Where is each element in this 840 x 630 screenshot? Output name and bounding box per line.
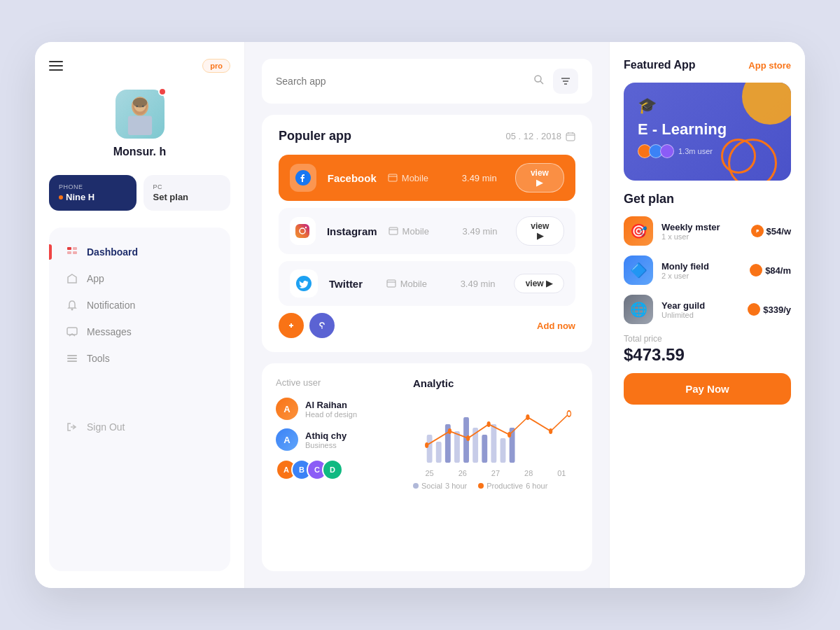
svg-point-11	[71, 309, 74, 311]
online-indicator	[158, 88, 167, 96]
add-app-circle-1[interactable]	[279, 313, 304, 338]
sidebar-item-tools[interactable]: Tools	[57, 345, 222, 372]
svg-point-53	[487, 421, 491, 427]
svg-rect-48	[500, 438, 506, 463]
sidebar-item-dashboard[interactable]: Dashboard	[57, 239, 222, 265]
plan-price-icon-3	[748, 303, 760, 316]
user-name: Monsur. h	[113, 146, 167, 158]
add-app-circle-2[interactable]	[309, 313, 335, 338]
search-input[interactable]	[276, 76, 528, 87]
featured-app-name: E - Learning	[638, 120, 777, 139]
svg-rect-29	[295, 224, 309, 238]
svg-rect-35	[387, 280, 396, 287]
view-instagram-button[interactable]: view ▶	[516, 216, 564, 246]
right-panel: Featured App App store 🎓 E - Learning 1.…	[609, 42, 805, 588]
svg-rect-32	[389, 227, 398, 234]
messages-icon	[66, 326, 78, 338]
add-now-button[interactable]: Add now	[537, 321, 575, 331]
plan-icon-monthly: 🔷	[624, 255, 653, 285]
svg-point-56	[549, 428, 552, 434]
total-row: Total price $473.59 Pay Now	[624, 334, 791, 405]
app-store-link[interactable]: App store	[748, 60, 791, 71]
svg-point-55	[526, 414, 529, 420]
facebook-icon	[290, 164, 316, 192]
view-facebook-button[interactable]: view ▶	[515, 163, 564, 192]
svg-rect-8	[67, 251, 71, 254]
bottom-section: Active user A Al Raihan Head of design A…	[262, 363, 592, 571]
phone-plan-card[interactable]: PHONE Nine H	[49, 175, 136, 211]
popular-date: 05 . 12 . 2018	[505, 131, 575, 141]
svg-rect-10	[73, 251, 77, 254]
svg-point-50	[425, 442, 428, 448]
tools-icon	[66, 352, 78, 365]
chart-labels: 25 26 27 28 01	[413, 469, 578, 477]
user-row-1: A Al Raihan Head of design	[276, 398, 402, 420]
pc-plan-card[interactable]: PC Set plan	[144, 175, 231, 211]
instagram-icon	[290, 217, 316, 245]
plan-price-icon-2	[750, 264, 762, 276]
avatar-small-4: D	[322, 459, 343, 480]
popular-apps-section: Populer app 05 . 12 . 2018 Facebook Mobi…	[262, 115, 592, 352]
svg-rect-7	[67, 247, 71, 250]
nav-section: Dashboard App Notification Messages	[49, 227, 230, 571]
get-plan-section: Get plan 🎯 Weekly mster 1 x user $54/w 🔷	[624, 192, 791, 405]
signout-icon	[66, 421, 78, 433]
user-avatar-2: A	[276, 428, 298, 451]
signout-item[interactable]: Sign Out	[57, 414, 222, 440]
main-content: Populer app 05 . 12 . 2018 Facebook Mobi…	[245, 42, 609, 588]
svg-point-5	[136, 106, 138, 108]
svg-rect-40	[427, 435, 433, 463]
twitter-icon	[290, 270, 318, 298]
svg-point-57	[567, 411, 570, 416]
user-row-2: A Athiq chy Business	[276, 428, 402, 451]
avatar	[115, 90, 164, 139]
svg-rect-46	[482, 435, 487, 463]
user-avatar-1: A	[276, 398, 298, 420]
svg-rect-9	[73, 247, 77, 250]
svg-point-54	[507, 432, 511, 438]
app-row-instagram: Instagram Mobile 3.49 min view ▶	[279, 208, 575, 254]
view-twitter-button[interactable]: view ▶	[514, 274, 564, 293]
svg-line-18	[540, 81, 543, 84]
svg-rect-41	[436, 442, 442, 463]
svg-point-17	[535, 76, 541, 82]
plan-icon-weekly: 🎯	[624, 216, 653, 246]
svg-point-60	[750, 306, 757, 313]
plan-price-icon-1	[751, 225, 764, 237]
sidebar: pro Monsur. h	[35, 42, 245, 588]
featured-card: 🎓 E - Learning 1.3m user	[624, 83, 791, 181]
plan-row: PHONE Nine H PC Set plan	[49, 175, 230, 211]
svg-point-4	[132, 98, 147, 108]
chart-legend: Social 3 hour Productive 6 hour	[413, 482, 578, 490]
active-users-col: Active user A Al Raihan Head of design A…	[276, 377, 402, 557]
svg-rect-14	[67, 358, 77, 359]
dashboard-icon	[66, 246, 78, 258]
plan-item-monthly: 🔷 Monly field 2 x user $84/m	[624, 255, 791, 285]
sidebar-item-notification[interactable]: Notification	[57, 292, 222, 318]
svg-rect-2	[127, 116, 151, 135]
hamburger-menu[interactable]	[49, 61, 63, 71]
search-icon	[533, 74, 545, 88]
sidebar-item-messages[interactable]: Messages	[57, 318, 222, 345]
svg-rect-47	[491, 424, 496, 463]
app-row-twitter: Twitter Mobile 3.49 min view ▶	[279, 261, 575, 306]
app-row-facebook: Facebook Mobile 3.49 min view ▶	[279, 155, 575, 201]
svg-point-59	[752, 267, 760, 274]
app-icon	[66, 272, 78, 285]
pay-now-button[interactable]: Pay Now	[624, 373, 791, 405]
pro-badge: pro	[202, 59, 230, 73]
svg-rect-43	[454, 431, 460, 463]
filter-button[interactable]	[553, 69, 578, 94]
svg-rect-15	[67, 360, 77, 362]
svg-rect-27	[388, 174, 397, 181]
plan-item-yearly: 🌐 Year guild Unlimited $339/y	[624, 295, 791, 324]
sidebar-item-app[interactable]: App	[57, 265, 222, 292]
plan-item-weekly: 🎯 Weekly mster 1 x user $54/w	[624, 216, 791, 246]
chart-area	[413, 396, 578, 466]
plan-icon-yearly: 🌐	[624, 295, 653, 324]
svg-rect-22	[566, 133, 575, 141]
svg-rect-13	[67, 355, 77, 356]
svg-point-51	[448, 428, 451, 434]
popular-title: Populer app	[279, 129, 351, 144]
svg-point-31	[305, 227, 307, 228]
